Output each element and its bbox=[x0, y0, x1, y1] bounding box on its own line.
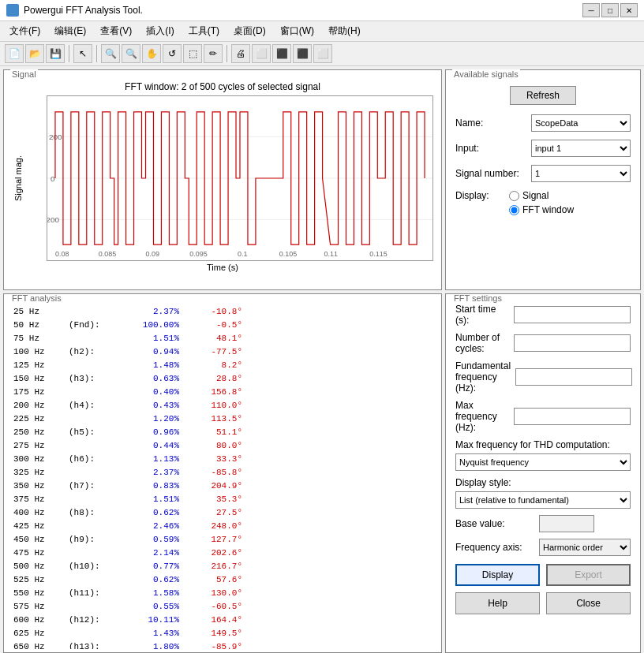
start-time-input[interactable]: 0.08 bbox=[514, 306, 631, 323]
maximize-button[interactable]: □ bbox=[601, 3, 619, 17]
help-button[interactable]: Help bbox=[455, 592, 540, 614]
fft-pct: 0.83% bbox=[116, 479, 179, 493]
fft-harm: (h5): bbox=[69, 426, 116, 439]
fft-row: 25 Hz 2.37% -10.8° bbox=[13, 305, 432, 319]
start-time-label: Start time (s): bbox=[455, 304, 509, 326]
signal-radio[interactable] bbox=[509, 191, 519, 201]
signal-number-select[interactable]: 1 bbox=[531, 165, 631, 182]
freq-axis-select[interactable]: Harmonic order Frequency (Hz) bbox=[539, 539, 631, 556]
num-cycles-input[interactable]: 2 bbox=[514, 334, 631, 352]
toolbar-run[interactable]: ⬜ bbox=[313, 44, 332, 63]
action-buttons: Display Export bbox=[455, 564, 631, 586]
fft-pct: 1.58% bbox=[116, 587, 179, 600]
signal-panel-label: Signal bbox=[10, 69, 38, 79]
display-style-select[interactable]: List (relative to fundamental) Bar (rela… bbox=[455, 491, 631, 509]
export-button[interactable]: Export bbox=[546, 564, 631, 586]
name-row: Name: ScopeData bbox=[455, 114, 631, 132]
fft-row: 200 Hz (h4): 0.43% 110.0° bbox=[13, 399, 432, 412]
fft-pct: 2.37% bbox=[116, 305, 179, 319]
refresh-button[interactable]: Refresh bbox=[510, 86, 576, 105]
y-axis-label: Signal mag. bbox=[13, 155, 23, 201]
fft-deg: 216.7° bbox=[179, 560, 242, 573]
menu-help[interactable]: 帮助(H) bbox=[322, 23, 367, 39]
fund-freq-input[interactable]: 50 bbox=[515, 368, 632, 386]
toolbar-rotate[interactable]: ↺ bbox=[163, 44, 182, 63]
toolbar-cursor[interactable]: ↖ bbox=[73, 44, 92, 63]
toolbar-export1[interactable]: ⬜ bbox=[252, 44, 271, 63]
menu-view[interactable]: 查看(V) bbox=[94, 23, 138, 39]
fft-harm bbox=[69, 439, 116, 453]
fft-harm bbox=[69, 493, 116, 506]
fft-freq: 525 Hz bbox=[13, 573, 69, 587]
available-signals-label: Available signals bbox=[452, 69, 520, 79]
fft-harm bbox=[69, 305, 116, 319]
toolbar-zoom-out[interactable]: 🔍 bbox=[122, 44, 140, 63]
fft-row: 550 Hz (h11): 1.58% 130.0° bbox=[13, 587, 432, 600]
menu-desktop[interactable]: 桌面(D) bbox=[227, 23, 272, 39]
signal-radio-label: Signal bbox=[522, 190, 549, 201]
menu-window[interactable]: 窗口(W) bbox=[274, 23, 320, 39]
fft-freq: 375 Hz bbox=[13, 493, 69, 506]
display-button[interactable]: Display bbox=[455, 564, 540, 586]
fft-freq: 300 Hz bbox=[13, 453, 69, 466]
fft-pct: 2.37% bbox=[116, 466, 179, 479]
menu-edit[interactable]: 编辑(E) bbox=[48, 23, 92, 39]
fft-row: 625 Hz 1.43% 149.5° bbox=[13, 627, 432, 640]
fft-harm bbox=[69, 520, 116, 533]
name-select[interactable]: ScopeData bbox=[531, 114, 631, 132]
start-time-row: Start time (s): 0.08 bbox=[455, 304, 631, 326]
toolbar-zoom-in[interactable]: 🔍 bbox=[101, 44, 120, 63]
menu-insert[interactable]: 插入(I) bbox=[140, 23, 180, 39]
fft-deg: 248.0° bbox=[179, 520, 242, 533]
toolbar-select[interactable]: ⬚ bbox=[183, 44, 202, 63]
max-freq-row: Max frequency (Hz): 1000 bbox=[455, 400, 631, 433]
toolbar-sep3 bbox=[227, 45, 227, 62]
fft-window-radio-label: FFT window bbox=[522, 204, 574, 215]
fft-window-radio[interactable] bbox=[509, 205, 519, 215]
toolbar-brush[interactable]: ✏ bbox=[204, 44, 223, 63]
toolbar-export2[interactable]: ⬛ bbox=[272, 44, 291, 63]
fft-pct: 1.43% bbox=[116, 627, 179, 640]
toolbar-pan[interactable]: ✋ bbox=[142, 44, 161, 63]
fft-freq: 650 Hz bbox=[13, 640, 69, 649]
fft-harm: (h10): bbox=[69, 560, 116, 573]
menu-tools[interactable]: 工具(T) bbox=[182, 23, 226, 39]
fft-pct: 0.94% bbox=[116, 345, 179, 359]
fft-harm bbox=[69, 466, 116, 479]
signal-panel: Signal FFT window: 2 of 500 cycles of se… bbox=[3, 69, 442, 290]
toolbar-save[interactable]: 💾 bbox=[46, 44, 65, 63]
svg-text:-200: -200 bbox=[47, 215, 59, 224]
menu-file[interactable]: 文件(F) bbox=[3, 23, 47, 39]
thd-select[interactable]: Nyquist frequency Max frequency bbox=[455, 453, 631, 471]
fft-harm: (h8): bbox=[69, 506, 116, 520]
fft-row: 525 Hz 0.62% 57.6° bbox=[13, 573, 432, 587]
fft-deg: 113.5° bbox=[179, 412, 242, 426]
signal-chart: 200 0 -200 0.08 0.085 0.09 0.095 0.1 0.1… bbox=[47, 95, 433, 261]
max-freq-input[interactable]: 1000 bbox=[514, 408, 631, 425]
fft-harm: (h6): bbox=[69, 453, 116, 466]
toolbar-print[interactable]: 🖨 bbox=[231, 44, 250, 63]
fft-deg: 164.4° bbox=[179, 614, 242, 627]
bottom-buttons: Help Close bbox=[455, 592, 631, 614]
fft-list[interactable]: 25 Hz 2.37% -10.8° 50 Hz (Fnd): 100.00% … bbox=[7, 304, 438, 649]
fft-deg: 27.5° bbox=[179, 506, 242, 520]
input-select[interactable]: input 1 bbox=[531, 140, 631, 157]
minimize-button[interactable]: ─ bbox=[582, 3, 600, 17]
fft-deg: 28.8° bbox=[179, 372, 242, 386]
fft-harm bbox=[69, 627, 116, 640]
fft-pct: 0.62% bbox=[116, 506, 179, 520]
toolbar-new[interactable]: 📄 bbox=[5, 44, 24, 63]
fft-row: 250 Hz (h5): 0.96% 51.1° bbox=[13, 426, 432, 439]
fft-freq: 575 Hz bbox=[13, 600, 69, 614]
title-controls: ─ □ ✕ bbox=[582, 3, 638, 17]
close-button[interactable]: ✕ bbox=[620, 3, 638, 17]
fft-deg: 80.0° bbox=[179, 439, 242, 453]
menu-bar: 文件(F) 编辑(E) 查看(V) 插入(I) 工具(T) 桌面(D) 窗口(W… bbox=[0, 21, 644, 42]
fft-freq: 325 Hz bbox=[13, 466, 69, 479]
toolbar-stop[interactable]: ⬛ bbox=[293, 44, 312, 63]
fft-freq: 200 Hz bbox=[13, 399, 69, 412]
toolbar-open[interactable]: 📂 bbox=[25, 44, 44, 63]
app-icon bbox=[6, 4, 19, 17]
fft-freq: 225 Hz bbox=[13, 412, 69, 426]
close-button[interactable]: Close bbox=[546, 592, 631, 614]
